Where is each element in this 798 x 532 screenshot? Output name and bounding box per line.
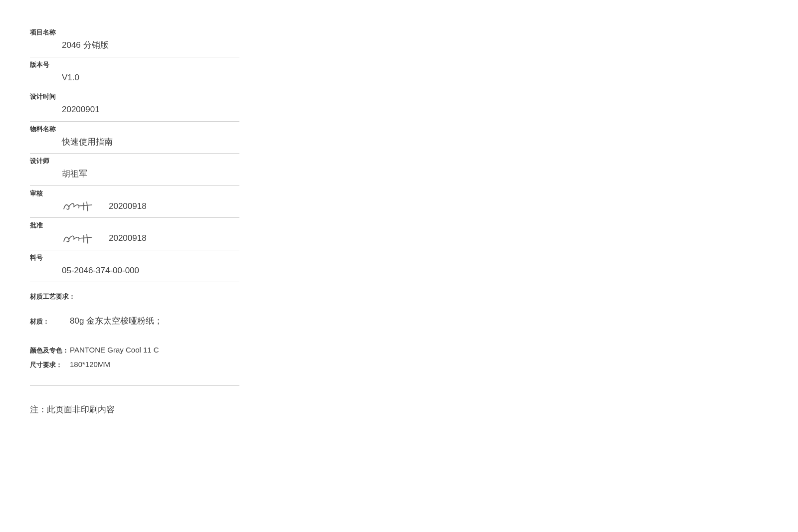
label-version: 版本号 [30, 60, 239, 69]
row-design-date: 设计时间 20200901 [30, 89, 239, 122]
row-material-name: 物料名称 快速使用指南 [30, 122, 239, 154]
label-design-date: 设计时间 [30, 92, 239, 101]
footer-note: 注：此页面非印刷内容 [30, 404, 239, 415]
value-material-name: 快速使用指南 [30, 136, 239, 151]
spec-material-label: 材质： [30, 317, 70, 326]
spec-color-label: 颜色及专色： [30, 346, 70, 355]
spec-color-value: PANTONE Gray Cool 11 C [70, 346, 159, 354]
spec-size-value: 180*120MM [70, 360, 110, 368]
value-review: 20200918 [30, 200, 239, 215]
label-project-name: 项目名称 [30, 28, 239, 37]
row-version: 版本号 V1.0 [30, 57, 239, 90]
spec-sheet: 项目名称 2046 分销版 版本号 V1.0 设计时间 20200901 物料名… [30, 25, 239, 415]
review-date: 20200918 [109, 200, 147, 213]
spec-color: 颜色及专色： PANTONE Gray Cool 11 C [30, 346, 239, 355]
value-part-no: 05-2046-374-00-000 [30, 264, 239, 279]
label-review: 审核 [30, 189, 239, 198]
spec-title: 材质工艺要求： [30, 292, 239, 301]
row-approve: 批准 20200918 [30, 218, 239, 250]
spec-material: 材质： 80g 金东太空梭哑粉纸； [30, 315, 239, 327]
approve-date: 20200918 [109, 232, 147, 245]
spec-material-value: 80g 金东太空梭哑粉纸； [70, 315, 163, 327]
row-designer: 设计师 胡祖军 [30, 154, 239, 186]
value-project-name: 2046 分销版 [30, 39, 239, 54]
row-project-name: 项目名称 2046 分销版 [30, 25, 239, 57]
label-designer: 设计师 [30, 157, 239, 166]
value-version: V1.0 [30, 71, 239, 86]
spec-size-label: 尺寸要求： [30, 360, 70, 369]
row-part-no: 料号 05-2046-374-00-000 [30, 250, 239, 283]
label-material-name: 物料名称 [30, 125, 239, 134]
label-part-no: 料号 [30, 253, 239, 262]
value-design-date: 20200901 [30, 103, 239, 118]
signature-review [62, 200, 103, 212]
label-approve: 批准 [30, 221, 239, 230]
value-designer: 胡祖军 [30, 168, 239, 182]
spec-section: 材质工艺要求： 材质： 80g 金东太空梭哑粉纸； 颜色及专色： PANTONE… [30, 292, 239, 386]
row-review: 审核 20200918 [30, 186, 239, 218]
signature-approve [62, 232, 103, 244]
value-approve: 20200918 [30, 232, 239, 247]
spec-size: 尺寸要求： 180*120MM [30, 360, 239, 369]
